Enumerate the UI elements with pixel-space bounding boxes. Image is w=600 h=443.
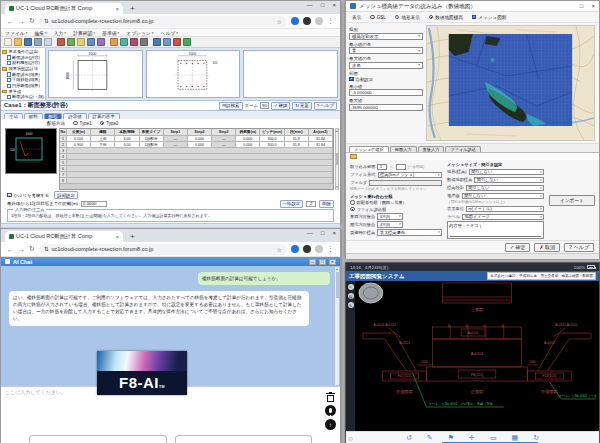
- input-icon[interactable]: [110, 38, 118, 46]
- sync-avatar-icon[interactable]: [291, 17, 299, 25]
- profile-avatar[interactable]: [315, 17, 323, 25]
- list-item[interactable]: 内容等：テキスト: [449, 223, 483, 228]
- menu-calc[interactable]: 計算確認▾: [73, 30, 95, 36]
- browser-tab[interactable]: UC-1 Cloud RC断面計算 Comp ×: [5, 3, 123, 14]
- settings-icon[interactable]: [173, 38, 181, 46]
- import-button[interactable]: インポート: [549, 195, 595, 206]
- help-icon[interactable]: [183, 38, 191, 46]
- panel-restore-icon[interactable]: □: [319, 259, 326, 265]
- suggestion-button-2[interactable]: [175, 435, 313, 443]
- table-scrollbar[interactable]: ▲▼: [335, 128, 339, 190]
- ew-select[interactable]: 4方向▾: [377, 213, 403, 220]
- radio-type2[interactable]: Type2: [100, 121, 119, 126]
- new-file-icon[interactable]: [4, 38, 12, 46]
- cad-canvas[interactable]: 上面図 Ac0101,Ac0101 Ac0101 F01(101) 左側面図 A…: [355, 281, 599, 431]
- mesh-frame-checkbox[interactable]: ✓メッシュ図郭: [472, 15, 507, 20]
- edit-icon[interactable]: ✎: [348, 302, 354, 308]
- map-view[interactable]: [426, 25, 595, 141]
- menu-input[interactable]: 入力▾: [54, 30, 66, 36]
- zoom-in-icon[interactable]: [153, 38, 161, 46]
- tab-rebar[interactable]: 配筋: [44, 113, 63, 120]
- term-search-button[interactable]: 用語検索: [219, 102, 243, 110]
- radio-file-order[interactable]: ファイル読込順: [350, 207, 442, 212]
- bookmark-star-icon[interactable]: ☆: [277, 18, 282, 25]
- panel-minimize-icon[interactable]: —: [309, 259, 316, 265]
- tab-close-icon[interactable]: ×: [115, 234, 119, 240]
- browser-menu-icon[interactable]: ⋮: [327, 17, 334, 25]
- maximize-button[interactable]: □: [321, 2, 325, 8]
- content-listbox[interactable]: 内容等：テキスト: [447, 221, 544, 239]
- open-folder-icon[interactable]: [350, 154, 357, 159]
- undo-icon[interactable]: [87, 38, 95, 46]
- send-message-icon[interactable]: ↑: [325, 419, 336, 430]
- update-button[interactable]: ↻更新: [292, 102, 311, 110]
- minimize-button[interactable]: —: [307, 230, 313, 236]
- tab-materials[interactable]: 材料: [24, 113, 43, 120]
- open-file-icon[interactable]: [14, 38, 22, 46]
- close-button[interactable]: ×: [332, 2, 336, 8]
- voice-input-icon[interactable]: [325, 405, 336, 416]
- layers-icon[interactable]: ▤: [348, 293, 354, 299]
- url-field[interactable]: ⇅ uc1cloud-complete-rcsection.forum8.co.…: [39, 16, 287, 27]
- help-button[interactable]: ?ヘルプ: [314, 102, 337, 110]
- reload-icon[interactable]: ↻: [29, 245, 35, 253]
- back-icon[interactable]: ←: [7, 246, 14, 253]
- min-color-select[interactable]: 青▾: [349, 47, 423, 54]
- chat-scrollbar[interactable]: ▲: [335, 267, 339, 385]
- menu-criteria[interactable]: 基準値▾: [102, 30, 119, 36]
- cut-icon[interactable]: [57, 38, 65, 46]
- shade-thin-select[interactable]: 間引しない▾: [466, 185, 544, 192]
- suggestion-button-1[interactable]: [29, 435, 167, 443]
- cancel-button[interactable]: ✗取消: [534, 243, 560, 252]
- dup-select[interactable]: 最大標高優先▾: [377, 229, 442, 236]
- detail-settings-button[interactable]: 詳細設定: [54, 191, 78, 199]
- help-button[interactable]: ?ヘルプ: [564, 243, 594, 252]
- paste-icon[interactable]: [77, 38, 85, 46]
- horizontal-scrollbar[interactable]: [450, 236, 541, 238]
- unit-select[interactable]: m(メートル)▾: [466, 206, 544, 213]
- tab-range-input[interactable]: 範囲入力: [390, 146, 417, 152]
- auto-range-checkbox[interactable]: ✓自動設定: [349, 77, 423, 82]
- rebar-data-table[interactable]: No位置(m)種類本数/間隔配置タイプStep1Step2Step3鉄筋量(m)…: [59, 128, 334, 190]
- tab-file-load[interactable]: ファイル読込: [445, 146, 481, 152]
- browser-tab[interactable]: UC-1 Cloud RC断面計算 Comp ×: [5, 231, 123, 242]
- minimize-button[interactable]: —: [307, 2, 313, 8]
- zoom-out-icon[interactable]: [163, 38, 171, 46]
- forward-icon[interactable]: →: [18, 246, 25, 253]
- save-icon[interactable]: [24, 38, 32, 46]
- back-icon[interactable]: ←: [7, 18, 14, 25]
- undo-icon[interactable]: ↺: [406, 434, 412, 442]
- dem-thin-select[interactable]: 間引しない▾: [474, 177, 544, 184]
- new-tab-button[interactable]: +: [130, 4, 135, 13]
- menu-help[interactable]: ヘルプ▾: [161, 30, 179, 36]
- print-icon[interactable]: [34, 38, 42, 46]
- result-icon[interactable]: [130, 38, 138, 46]
- panel-close-icon[interactable]: ×: [329, 259, 336, 265]
- folder-input[interactable]: [369, 180, 442, 187]
- confirm-button[interactable]: ✓確認: [271, 102, 290, 110]
- radio-terrain[interactable]: 地形表示: [395, 15, 420, 20]
- url-field[interactable]: ⇅ uc1cloud-complete-rcsection.forum8.co.…: [39, 244, 287, 255]
- bookmark-star-icon[interactable]: ☆: [277, 246, 282, 253]
- kind-select[interactable]: 標高段彩表示▾: [349, 33, 423, 40]
- count-spinner[interactable]: 2: [306, 201, 316, 207]
- close-button[interactable]: ×: [332, 230, 336, 236]
- profile-avatar[interactable]: [315, 245, 323, 253]
- radio-dem[interactable]: 数値地図標高: [429, 15, 463, 20]
- cover-checkbox[interactable]: ✓かぶりを考慮する: [7, 193, 49, 198]
- pen-icon[interactable]: ✎: [427, 434, 433, 442]
- site-settings-icon[interactable]: ⇅: [44, 18, 49, 24]
- zoom-value[interactable]: 90: [260, 102, 269, 109]
- redo-icon[interactable]: [97, 38, 105, 46]
- delete-button[interactable]: 削除: [319, 200, 334, 208]
- sync-avatar-icon[interactable]: [291, 245, 299, 253]
- home-icon[interactable]: ⌂: [348, 284, 354, 290]
- label-select[interactable]: 地図イメージ▾: [462, 214, 544, 221]
- new-tab-button[interactable]: +: [130, 232, 135, 241]
- chat-input[interactable]: [5, 389, 314, 433]
- extension-icon[interactable]: [303, 245, 311, 253]
- calc-icon[interactable]: [120, 38, 128, 46]
- ns-select[interactable]: 4方向▾: [377, 221, 403, 228]
- close-button[interactable]: ×: [591, 3, 595, 9]
- radio-frame-order[interactable]: 図郭番号順（南西→北東）: [350, 200, 442, 205]
